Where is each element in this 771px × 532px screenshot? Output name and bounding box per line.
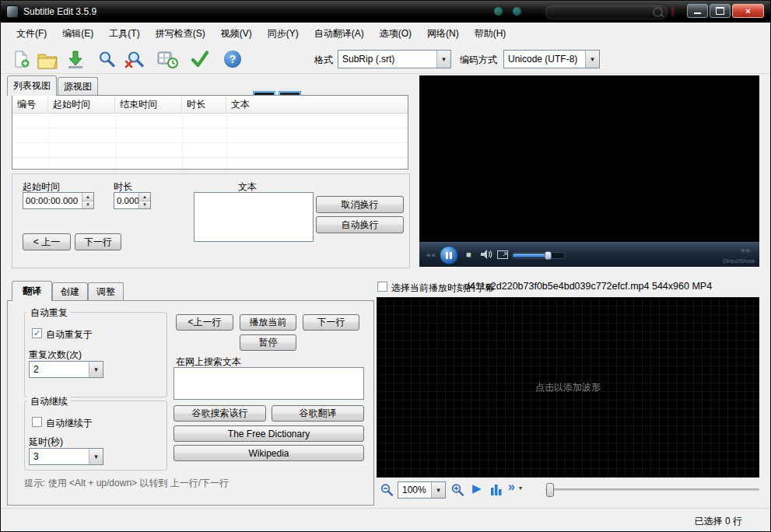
format-combobox[interactable]: SubRip (.srt) ▾	[338, 50, 451, 68]
next-line-button[interactable]: 下一行	[75, 233, 121, 250]
menu-network[interactable]: 网络(N)	[419, 23, 467, 44]
rewind-icon[interactable]: ◀◀	[426, 252, 436, 258]
delay-combobox[interactable]: 3 ▾	[29, 448, 103, 465]
help-icon: ?	[224, 51, 241, 68]
menu-autotranslate[interactable]: 自动翻译(A)	[307, 23, 372, 44]
menu-help[interactable]: 帮助(H)	[467, 23, 514, 44]
wikipedia-button[interactable]: Wikipedia	[173, 445, 364, 461]
subtitle-text-input[interactable]	[194, 192, 314, 242]
status-bar: 已选择 0 行	[1, 508, 770, 532]
column-text[interactable]: 文本	[226, 96, 408, 113]
auto-continue-checkbox[interactable]	[32, 417, 42, 427]
new-file-button[interactable]	[10, 48, 32, 70]
ffwd-dropdown-icon[interactable]: ▾	[519, 485, 522, 492]
pause-icon	[446, 252, 448, 259]
find-button[interactable]	[96, 48, 117, 70]
waveform-position-slider[interactable]	[545, 488, 759, 491]
column-start-time[interactable]: 起始时间	[48, 96, 115, 113]
encoding-value: Unicode (UTF-8)	[504, 51, 585, 68]
tab-list-view[interactable]: 列表视图	[7, 75, 57, 96]
google-translate-button[interactable]: 谷歌翻译	[272, 405, 364, 422]
grid-line	[182, 113, 183, 169]
menu-options[interactable]: 选项(O)	[372, 23, 419, 44]
sync-subtitle-checkbox[interactable]	[377, 282, 387, 292]
video-player[interactable]: ◀◀ ■ ▶▶ Di	[419, 75, 759, 267]
volume-icon[interactable]	[480, 248, 492, 261]
video-seek-knob[interactable]	[545, 251, 552, 260]
play-current-label: 播放当前	[250, 316, 287, 329]
duration-stepper[interactable]: 0.000 ▲ ▼	[114, 192, 151, 209]
fullscreen-icon[interactable]	[497, 250, 508, 259]
column-duration[interactable]: 时长	[182, 96, 226, 113]
waveform-play-button[interactable]: ▶	[472, 481, 482, 495]
zoom-out-icon	[380, 483, 394, 497]
menu-tools[interactable]: 工具(T)	[101, 23, 147, 44]
replace-button[interactable]	[124, 48, 145, 70]
stepper-arrows[interactable]: ▲ ▼	[138, 193, 150, 208]
visual-sync-icon	[157, 50, 178, 69]
tab-adjust[interactable]: 调整	[88, 282, 124, 301]
waveform-zoom-combobox[interactable]: 100% ▾	[398, 481, 446, 499]
zoom-out-button[interactable]	[378, 481, 395, 499]
waveform-columns-button[interactable]	[488, 481, 505, 499]
autobreak-button[interactable]: 自动换行	[316, 216, 404, 233]
waveform-position-knob[interactable]	[546, 483, 554, 497]
stop-icon[interactable]: ■	[466, 250, 471, 259]
tab-create[interactable]: 创建	[52, 282, 88, 301]
menu-sync[interactable]: 同步(Y)	[260, 23, 307, 44]
save-file-button[interactable]	[65, 48, 86, 70]
visual-sync-button[interactable]	[156, 48, 178, 70]
start-time-stepper[interactable]: 00:00:00.000 ▲ ▼	[23, 192, 94, 209]
auto-repeat-checkbox-label: 自动重复于	[46, 328, 93, 341]
tab-source-view-label: 源视图	[64, 80, 92, 93]
open-file-button[interactable]	[37, 49, 58, 71]
unbreak-button[interactable]: 取消换行	[316, 196, 404, 213]
minimize-button[interactable]	[687, 4, 708, 18]
translate-next-line-button[interactable]: 下一行	[303, 314, 359, 331]
start-time-value: 00:00:00.000	[23, 193, 82, 208]
play-current-button[interactable]: 播放当前	[240, 314, 296, 331]
help-button[interactable]: ?	[222, 48, 244, 70]
translate-prev-line-button[interactable]: <上一行	[176, 314, 233, 331]
close-button[interactable]: ×	[732, 4, 764, 18]
google-translate-label: 谷歌翻译	[300, 407, 337, 420]
forward-icon[interactable]: ▶▶	[741, 247, 752, 254]
auto-continue-checkbox-label: 自动继续于	[46, 417, 93, 430]
video-pause-button[interactable]	[440, 246, 458, 264]
web-search-input[interactable]	[173, 367, 364, 400]
previous-line-label: < 上一	[33, 236, 60, 249]
waveform-ffwd-button[interactable]: »	[508, 480, 515, 494]
repeat-count-label: 重复次数(次)	[29, 348, 82, 362]
menu-video[interactable]: 视频(V)	[213, 23, 260, 44]
subtitle-list-header: 编号 起始时间 结束时间 时长 文本	[12, 96, 408, 114]
translate-prev-label: <上一行	[187, 316, 221, 329]
titlebar-watermark	[468, 4, 678, 19]
waveform-area[interactable]: 点击以添加波形	[377, 297, 759, 478]
menu-edit[interactable]: 编辑(E)	[54, 23, 101, 44]
subtitle-list[interactable]: 编号 起始时间 结束时间 时长 文本	[12, 95, 408, 170]
selection-status: 已选择 0 行	[695, 515, 742, 528]
encoding-label: 编码方式	[460, 54, 497, 67]
grid-line	[48, 113, 49, 169]
column-end-time[interactable]: 结束时间	[115, 96, 182, 113]
column-number[interactable]: 编号	[12, 96, 48, 113]
tab-source-view[interactable]: 源视图	[58, 77, 98, 96]
spellcheck-button[interactable]	[189, 48, 211, 70]
pause-icon	[450, 252, 452, 259]
stepper-arrows[interactable]: ▲ ▼	[82, 193, 93, 208]
maximize-button[interactable]	[710, 4, 731, 18]
auto-repeat-checkbox[interactable]: ✓	[32, 328, 42, 338]
menu-spellcheck[interactable]: 拼写检查(S)	[148, 23, 213, 44]
google-search-line-button[interactable]: 谷歌搜索该行	[173, 405, 266, 422]
replace-icon	[124, 50, 145, 68]
pause-button[interactable]: 暂停	[240, 334, 296, 351]
free-dictionary-button[interactable]: The Free Dictionary	[173, 425, 364, 442]
grid-line	[12, 128, 408, 128]
repeat-count-combobox[interactable]: 2 ▾	[29, 361, 103, 378]
tab-translate[interactable]: 翻译	[12, 281, 52, 301]
previous-line-button[interactable]: < 上一	[23, 233, 71, 250]
video-seek-bar[interactable]	[511, 252, 566, 259]
encoding-combobox[interactable]: Unicode (UTF-8) ▾	[503, 50, 600, 68]
menu-file[interactable]: 文件(F)	[9, 23, 54, 44]
zoom-in-button[interactable]	[449, 481, 466, 499]
